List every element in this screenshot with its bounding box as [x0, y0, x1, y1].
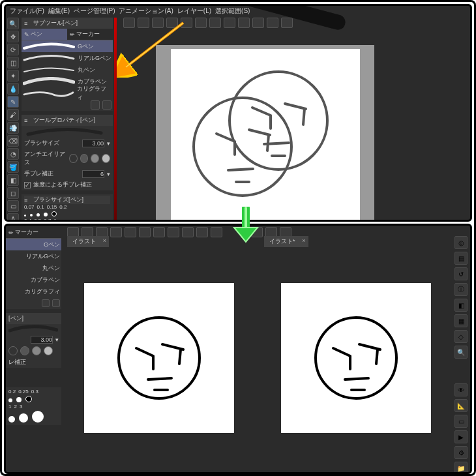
folder-icon[interactable]: 📁 [454, 462, 468, 474]
tb-redo-icon[interactable] [181, 18, 192, 28]
tab-pen[interactable]: ✎ ペン [22, 29, 67, 40]
tb-zoom-icon[interactable] [224, 18, 235, 28]
prop-tebure-bot[interactable]: レ補正 [6, 357, 61, 368]
paper-left[interactable] [84, 283, 234, 433]
tb-misc-icon[interactable] [281, 18, 293, 28]
tb-select-icon[interactable] [209, 18, 221, 28]
doc-tab-left[interactable]: イラスト× [67, 236, 109, 247]
tool-select-icon[interactable]: ◫ [7, 57, 19, 68]
color-icon[interactable]: ◧ [454, 299, 468, 312]
hamburger-icon[interactable] [24, 197, 31, 203]
tool-wand-icon[interactable]: ✦ [7, 70, 19, 82]
brush-calli-b[interactable]: カリグラフィ [6, 286, 61, 297]
swatch-icon[interactable]: ▦ [454, 314, 468, 327]
brush-gpen-b[interactable]: Gペン [6, 239, 61, 250]
tool-move-icon[interactable]: ✥ [7, 31, 19, 42]
brush-maru-b[interactable]: 丸ペン [6, 262, 61, 274]
prop-speed[interactable]: ✓ 速度による手ブレ補正 [22, 179, 113, 190]
property-header: ツールプロパティ[ペン] [33, 116, 95, 125]
subtool-panel: サブツール[ペン] ✎ ペン ✏ マーカー Gペン リ [22, 18, 113, 222]
tool-frame-icon[interactable]: ▭ [7, 200, 19, 212]
tool-eraser-icon[interactable]: ⌫ [7, 135, 19, 147]
menu-edit[interactable]: 編集(E) [48, 7, 70, 16]
tb-fit-icon[interactable] [252, 18, 264, 28]
hamburger-icon[interactable] [24, 117, 31, 124]
tb-open-icon[interactable] [138, 18, 149, 28]
tool-text-icon[interactable]: A [7, 213, 19, 222]
drawing-face-left [84, 283, 234, 433]
hamburger-icon[interactable] [24, 20, 31, 27]
tb-new-icon[interactable] [123, 18, 135, 28]
view-left: イラスト× [63, 236, 255, 469]
prop-brushsize[interactable]: ブラシサイズ ▾ [22, 138, 113, 149]
action-icon[interactable]: ⚙ [454, 446, 468, 459]
tool-dropper-icon[interactable]: 💧 [7, 83, 19, 95]
nav-icon[interactable]: ◎ [454, 236, 468, 249]
tool-brush-icon[interactable]: 🖌 [7, 109, 19, 121]
tool-zoom-icon[interactable]: 🔍 [7, 18, 19, 29]
ruler-icon[interactable]: 📐 [454, 399, 468, 412]
tool-air-icon[interactable]: 💨 [7, 122, 19, 134]
eye-icon[interactable]: 👁 [454, 383, 468, 396]
brush-calli[interactable]: カリグラフィ [22, 87, 113, 99]
close-icon[interactable]: × [302, 237, 305, 244]
brush-gpen[interactable]: Gペン [22, 40, 113, 52]
info-icon[interactable]: ⓘ [454, 283, 468, 296]
bottom-right-icons: ◎ ▤ ↺ ⓘ ◧ ▦ ◇ 🔍 👁 📐 ▭ ▶ ⚙ 📁 [454, 236, 469, 474]
tab-marker-bot[interactable]: ✏ マーカー [6, 227, 61, 238]
tb-save-icon[interactable] [152, 18, 164, 28]
material-icon[interactable]: ◇ [454, 330, 468, 343]
bottom-panel: ✏ マーカー Gペン リアルGペン 丸ペン カブラペン カリグラフィ [ペン] [4, 224, 472, 474]
menu-file[interactable]: ファイル(F) [10, 7, 44, 16]
brush-kabura-b[interactable]: カブラペン [6, 274, 61, 286]
menu-page[interactable]: ページ管理(P) [74, 7, 115, 16]
layer-icon[interactable]: ▤ [454, 252, 468, 265]
canvas-right[interactable] [263, 249, 449, 467]
tool-blend-icon[interactable]: ◔ [7, 148, 19, 160]
tebure-input[interactable] [82, 170, 104, 178]
brush-realg[interactable]: リアルGペン [22, 52, 113, 64]
marker-icon: ✏ [8, 230, 14, 236]
search-icon[interactable]: 🔍 [454, 346, 468, 359]
drawing-doublevision [171, 49, 360, 222]
prop-bs-bot[interactable]: ▾ [6, 335, 61, 345]
tb-clear-icon[interactable] [195, 18, 207, 28]
doc-tab-right[interactable]: イラスト*× [264, 236, 308, 247]
tab-marker[interactable]: ✏ マーカー [67, 29, 113, 40]
tool-grad-icon[interactable]: ◧ [7, 174, 19, 186]
brush-add-icon[interactable] [42, 299, 50, 307]
canvas-left[interactable] [66, 249, 252, 467]
subtool-header: サブツール[ペン] [22, 18, 113, 29]
dropdown-icon[interactable]: ▾ [107, 171, 110, 177]
anim-icon[interactable]: ▶ [454, 430, 468, 443]
brush-del-icon[interactable] [52, 299, 60, 307]
canvas-area-top[interactable] [156, 45, 374, 222]
paper-right[interactable] [281, 283, 431, 433]
tool-rotate-icon[interactable]: ⟳ [7, 44, 19, 55]
close-icon[interactable]: × [103, 237, 106, 244]
tb-rotate-icon[interactable] [238, 18, 250, 28]
history-icon[interactable]: ↺ [454, 267, 468, 280]
dropdown-icon[interactable]: ▾ [55, 336, 59, 343]
menu-layer[interactable]: レイヤー(L) [177, 7, 211, 16]
brush-maru[interactable]: 丸ペン [22, 64, 113, 76]
tool-fill-icon[interactable]: 🪣 [7, 161, 19, 173]
brush-size-input[interactable] [82, 140, 104, 147]
svg-point-7 [316, 318, 396, 398]
frame-icon[interactable]: ▭ [454, 415, 468, 428]
menu-select[interactable]: 選択範囲(S) [215, 7, 250, 16]
dropdown-icon[interactable]: ▾ [107, 140, 110, 147]
tb-undo-icon[interactable] [166, 18, 178, 28]
tb-grid-icon[interactable] [267, 18, 278, 28]
bs-input-bot[interactable] [31, 336, 53, 344]
brush-size-panel: ブラシサイズ[ペン] 0.07 0.1 0.15 0.2 0.4 [22, 194, 113, 222]
menu-anim[interactable]: アニメーション(A) [119, 7, 173, 16]
brush-add-icon[interactable] [91, 100, 100, 110]
prop-tebure[interactable]: 手ブレ補正 ▾ [22, 168, 113, 179]
brush-del-icon[interactable] [102, 100, 112, 110]
canvas-paper-top[interactable] [171, 49, 360, 222]
prop-antialias[interactable]: アンチエイリアス [22, 149, 113, 168]
brush-realg-b[interactable]: リアルGペン [6, 250, 61, 262]
tool-shape-icon[interactable]: ◻ [7, 187, 19, 199]
tool-pen-icon[interactable]: ✎ [7, 96, 19, 108]
